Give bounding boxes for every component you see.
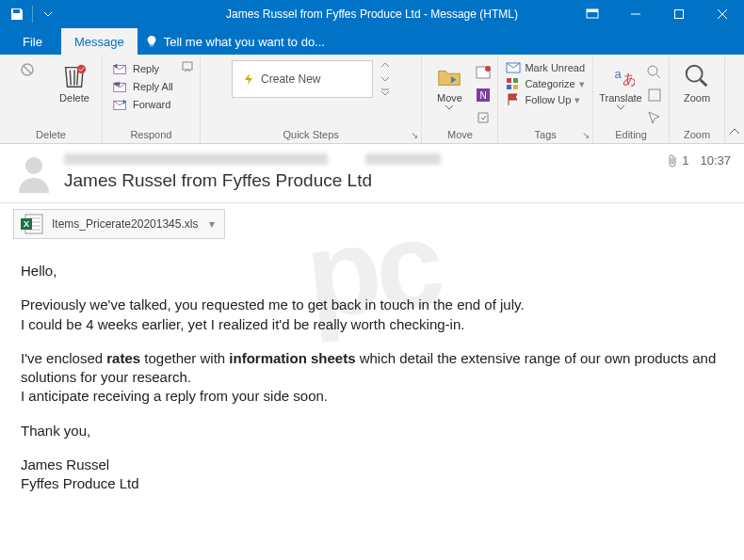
- from-line: [64, 152, 657, 167]
- tell-me-text: Tell me what you want to do...: [164, 35, 325, 49]
- actions-icon[interactable]: [475, 109, 492, 126]
- delete-button[interactable]: Delete: [53, 60, 96, 105]
- body-p2: Previously we've talked, you requested m…: [21, 296, 723, 334]
- group-move-label: Move: [428, 127, 492, 143]
- reply-button[interactable]: Reply: [108, 60, 177, 77]
- chevron-up-icon: [729, 126, 740, 137]
- chevron-down-icon: ▾: [574, 94, 580, 106]
- onenote-icon[interactable]: N: [475, 87, 492, 104]
- chevron-down-icon[interactable]: [380, 74, 390, 84]
- sender-redacted-2: [365, 153, 441, 165]
- translate-button[interactable]: aあ Translate: [599, 60, 642, 113]
- follow-up-label: Follow Up: [525, 94, 571, 105]
- excel-file-icon: X: [20, 214, 44, 234]
- zoom-icon: [683, 62, 711, 90]
- chevron-up-icon[interactable]: [380, 60, 390, 70]
- mark-unread-label: Mark Unread: [525, 62, 585, 73]
- reply-label: Reply: [133, 63, 159, 74]
- svg-rect-24: [649, 89, 660, 101]
- create-new-label: Create New: [261, 72, 320, 86]
- forward-icon: [112, 97, 129, 112]
- tab-row: File Message Tell me what you want to do…: [0, 28, 744, 55]
- attachment-dropdown[interactable]: ▾: [205, 217, 218, 231]
- respond-more-button[interactable]: [181, 60, 194, 73]
- title-bar: James Russel from Fyffes Produce Ltd - M…: [0, 0, 744, 28]
- svg-point-22: [648, 66, 657, 75]
- group-tags-label: Tags: [504, 127, 587, 143]
- svg-rect-1: [587, 9, 598, 12]
- svg-rect-10: [183, 62, 192, 70]
- categorize-button[interactable]: Categorize ▾: [504, 76, 587, 91]
- group-move: Move N Move: [422, 56, 498, 143]
- paperclip-icon: [667, 154, 678, 168]
- svg-text:あ: あ: [623, 71, 635, 87]
- group-tags: Mark Unread Categorize ▾ Follow Up ▾ Tag…: [498, 56, 593, 143]
- ribbon: Delete Delete Reply Reply All Forward: [0, 55, 744, 144]
- group-editing: aあ Translate Editing: [593, 56, 670, 143]
- forward-label: Forward: [133, 99, 170, 110]
- reply-all-label: Reply All: [133, 81, 173, 92]
- move-button[interactable]: Move: [428, 60, 471, 113]
- save-button[interactable]: [4, 0, 30, 28]
- collapse-ribbon-button[interactable]: [725, 56, 744, 143]
- reply-icon: [112, 61, 129, 76]
- ribbon-display-button[interactable]: [571, 0, 614, 28]
- ignore-button[interactable]: [6, 60, 49, 79]
- rules-icon[interactable]: [475, 64, 492, 81]
- svg-rect-16: [507, 78, 511, 83]
- body-greeting: Hello,: [21, 262, 723, 280]
- find-icon[interactable]: [646, 64, 663, 81]
- select-icon[interactable]: [646, 109, 663, 126]
- group-respond-label: Respond: [108, 127, 194, 143]
- reply-all-button[interactable]: Reply All: [108, 78, 177, 95]
- translate-label: Translate: [599, 92, 641, 104]
- follow-up-button[interactable]: Follow Up ▾: [504, 92, 587, 107]
- related-icon[interactable]: [646, 87, 663, 104]
- sender-redacted: [64, 153, 328, 165]
- envelope-icon: [506, 61, 521, 74]
- forward-button[interactable]: Forward: [108, 96, 177, 113]
- expand-icon[interactable]: [380, 88, 390, 98]
- maximize-button[interactable]: [657, 0, 701, 28]
- mark-unread-button[interactable]: Mark Unread: [504, 60, 587, 75]
- tab-file[interactable]: File: [4, 28, 61, 55]
- group-delete: Delete Delete: [0, 56, 103, 143]
- flag-icon: [506, 93, 521, 106]
- svg-rect-3: [675, 10, 684, 19]
- categorize-icon: [506, 77, 521, 90]
- qat-customize-button[interactable]: [35, 0, 61, 28]
- header-main: James Russel from Fyffes Produce Ltd: [64, 152, 657, 193]
- move-label: Move: [437, 92, 462, 104]
- group-zoom: Zoom Zoom: [670, 56, 725, 143]
- message-time: 10:37: [700, 153, 731, 168]
- body-signature: James Russel Fyffes Produce Ltd: [21, 456, 723, 494]
- tab-message[interactable]: Message: [61, 28, 137, 55]
- svg-point-25: [687, 66, 703, 82]
- svg-line-23: [656, 74, 660, 78]
- dialog-launcher-icon[interactable]: ↘: [582, 130, 590, 140]
- svg-text:X: X: [24, 219, 29, 229]
- group-respond: Reply Reply All Forward Respond: [103, 56, 201, 143]
- svg-rect-17: [513, 78, 518, 83]
- ribbon-display-icon: [586, 8, 599, 20]
- window-controls: [571, 0, 744, 28]
- quickstep-create-new[interactable]: Create New: [232, 60, 373, 98]
- tell-me-search[interactable]: Tell me what you want to do...: [137, 35, 325, 49]
- svg-point-6: [77, 65, 86, 73]
- dialog-launcher-icon[interactable]: ↘: [411, 130, 418, 140]
- attachment-item[interactable]: X Items_Pricerate20201345.xls ▾: [13, 209, 225, 239]
- attachment-indicator: 1: [667, 153, 688, 168]
- svg-rect-18: [507, 85, 511, 89]
- quick-access-toolbar: [0, 0, 65, 28]
- avatar-icon: [13, 152, 55, 193]
- more-icon: [181, 60, 194, 73]
- svg-line-5: [24, 66, 31, 73]
- lightbulb-icon: [145, 35, 158, 48]
- minimize-icon: [630, 8, 641, 20]
- message-subject: James Russel from Fyffes Produce Ltd: [64, 170, 657, 191]
- translate-icon: aあ: [607, 62, 635, 90]
- zoom-button[interactable]: Zoom: [675, 60, 719, 105]
- categorize-label: Categorize: [525, 78, 574, 89]
- close-button[interactable]: [701, 0, 744, 28]
- minimize-button[interactable]: [614, 0, 657, 28]
